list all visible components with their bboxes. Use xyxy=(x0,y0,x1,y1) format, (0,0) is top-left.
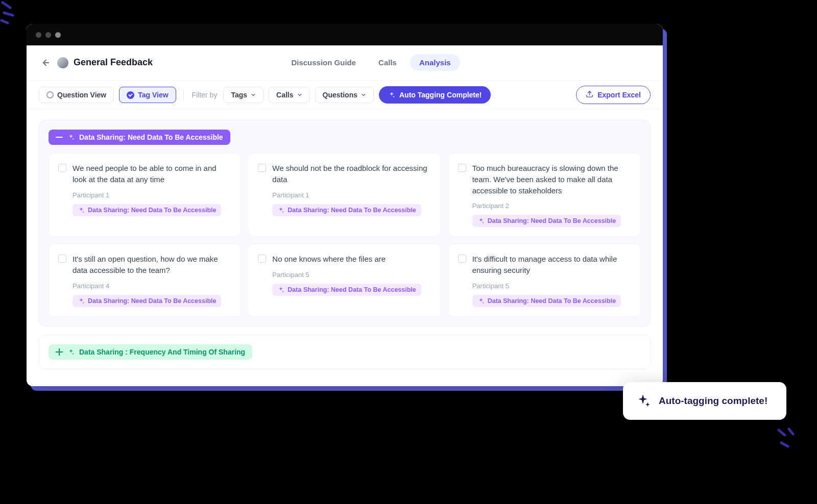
chevron-down-icon xyxy=(251,92,256,97)
quote-text: We need people to be able to come in and… xyxy=(73,163,231,185)
participant-label: Participant 1 xyxy=(73,191,231,199)
chevron-down-icon xyxy=(297,92,302,97)
toolbar: Question View Tag View Filter by Tags Ca… xyxy=(27,80,663,110)
auto-tag-label: Auto Tagging Complete! xyxy=(399,91,482,99)
group-header-expand[interactable]: Data Sharing : Frequency And Timing Of S… xyxy=(49,344,252,360)
sparkle-icon xyxy=(388,91,395,98)
quote-card: Too much bureaucracy is slowing down the… xyxy=(448,153,641,237)
quote-card: We need people to be able to come in and… xyxy=(49,153,241,237)
traffic-light-close[interactable] xyxy=(36,32,41,38)
participant-label: Participant 1 xyxy=(272,191,431,199)
quote-text: It's difficult to manage access to data … xyxy=(472,254,631,276)
sparkle-icon xyxy=(67,134,75,141)
tag-chip-label: Data Sharing: Need Data To Be Accessible xyxy=(88,297,216,305)
tag-chip-label: Data Sharing: Need Data To Be Accessible xyxy=(287,207,416,214)
tag-chip-label: Data Sharing: Need Data To Be Accessible xyxy=(88,207,216,214)
toast-notification: Auto-tagging complete! xyxy=(623,382,786,420)
quote-card: No one knows where the files are Partici… xyxy=(248,244,441,317)
participant-label: Participant 5 xyxy=(472,282,631,290)
group-title: Data Sharing: Need Data To Be Accessible xyxy=(79,133,223,141)
project-icon xyxy=(57,57,68,68)
project-title: General Feedback xyxy=(74,57,153,68)
filter-questions[interactable]: Questions xyxy=(315,87,374,103)
tag-chip[interactable]: Data Sharing: Need Data To Be Accessible xyxy=(73,295,221,307)
quote-card: It's still an open question, how do we m… xyxy=(49,244,241,317)
export-label: Export Excel xyxy=(597,91,641,99)
tag-view-label: Tag View xyxy=(138,91,168,99)
plus-icon xyxy=(56,348,63,356)
tabs-nav: Discussion Guide Calls Analysis xyxy=(282,54,460,71)
chevron-down-icon xyxy=(361,92,366,97)
filter-by-label: Filter by xyxy=(192,91,218,99)
minus-icon xyxy=(56,137,63,138)
card-checkbox[interactable] xyxy=(58,255,66,263)
tab-calls[interactable]: Calls xyxy=(369,54,406,71)
sparkle-icon xyxy=(78,207,85,214)
tab-analysis[interactable]: Analysis xyxy=(410,54,460,71)
tag-chip[interactable]: Data Sharing: Need Data To Be Accessible xyxy=(272,204,421,216)
tag-chip-label: Data Sharing: Need Data To Be Accessible xyxy=(488,217,616,224)
participant-label: Participant 4 xyxy=(73,282,231,290)
sparkle-icon xyxy=(477,297,485,305)
sparkle-icon xyxy=(635,393,651,409)
sparkle-icon xyxy=(477,217,485,224)
quote-text: No one knows where the files are xyxy=(272,254,431,265)
tag-chip-label: Data Sharing: Need Data To Be Accessible xyxy=(488,297,616,305)
quote-card: It's difficult to manage access to data … xyxy=(448,244,641,317)
quote-card: We should not be the roadblock for acces… xyxy=(248,153,441,237)
upload-icon xyxy=(586,90,593,99)
toolbar-divider xyxy=(183,89,184,100)
question-view-label: Question View xyxy=(57,91,106,99)
group-header-collapse[interactable]: Data Sharing: Need Data To Be Accessible xyxy=(49,130,230,145)
back-button[interactable] xyxy=(39,56,53,70)
tag-group-frequency-timing: Data Sharing : Frequency And Timing Of S… xyxy=(39,335,651,369)
page-header: General Feedback Discussion Guide Calls … xyxy=(27,45,663,80)
participant-label: Participant 2 xyxy=(472,202,631,210)
card-checkbox[interactable] xyxy=(58,164,66,172)
filter-questions-label: Questions xyxy=(323,91,357,99)
tag-chip-label: Data Sharing: Need Data To Be Accessible xyxy=(287,286,416,293)
sparkle-icon xyxy=(277,286,284,293)
tag-chip[interactable]: Data Sharing: Need Data To Be Accessible xyxy=(472,295,621,307)
radio-empty-icon xyxy=(46,91,54,98)
filter-calls[interactable]: Calls xyxy=(269,87,309,103)
tag-group-data-sharing-accessible: Data Sharing: Need Data To Be Accessible… xyxy=(39,120,651,326)
auto-tagging-button[interactable]: Auto Tagging Complete! xyxy=(379,86,491,104)
card-checkbox[interactable] xyxy=(258,255,266,263)
question-view-toggle[interactable]: Question View xyxy=(39,87,114,103)
tag-view-toggle[interactable]: Tag View xyxy=(119,87,176,103)
filter-calls-label: Calls xyxy=(276,91,293,99)
quote-text: Too much bureaucracy is slowing down the… xyxy=(472,163,631,196)
decoration-top-left xyxy=(0,0,20,26)
card-checkbox[interactable] xyxy=(258,164,266,172)
tag-chip[interactable]: Data Sharing: Need Data To Be Accessible xyxy=(73,204,221,216)
sparkle-icon xyxy=(277,207,284,214)
decoration-bottom-right xyxy=(774,425,799,450)
sparkle-icon xyxy=(78,297,85,305)
content-area: Data Sharing: Need Data To Be Accessible… xyxy=(27,110,663,386)
tab-discussion-guide[interactable]: Discussion Guide xyxy=(282,54,365,71)
card-checkbox[interactable] xyxy=(458,164,466,172)
window-titlebar xyxy=(27,24,663,45)
app-window: General Feedback Discussion Guide Calls … xyxy=(27,24,663,386)
tag-chip[interactable]: Data Sharing: Need Data To Be Accessible xyxy=(272,284,421,296)
filter-tags[interactable]: Tags xyxy=(223,87,263,103)
cards-grid: We need people to be able to come in and… xyxy=(49,153,641,317)
participant-label: Participant 5 xyxy=(272,271,431,279)
filter-tags-label: Tags xyxy=(231,91,247,99)
traffic-light-maximize[interactable] xyxy=(55,32,61,38)
toast-text: Auto-tagging complete! xyxy=(659,395,767,407)
quote-text: We should not be the roadblock for acces… xyxy=(272,163,431,185)
tag-chip[interactable]: Data Sharing: Need Data To Be Accessible xyxy=(472,215,621,227)
group-title: Data Sharing : Frequency And Timing Of S… xyxy=(79,348,245,356)
sparkle-icon xyxy=(67,348,75,356)
card-checkbox[interactable] xyxy=(458,255,466,263)
quote-text: It's still an open question, how do we m… xyxy=(73,254,231,276)
export-excel-button[interactable]: Export Excel xyxy=(576,86,651,104)
radio-filled-icon xyxy=(127,91,134,99)
traffic-light-minimize[interactable] xyxy=(45,32,51,38)
